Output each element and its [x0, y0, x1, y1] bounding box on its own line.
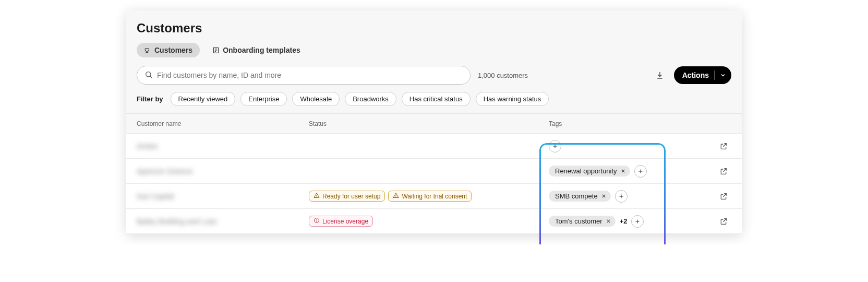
remove-tag-icon[interactable]	[601, 193, 607, 199]
table-row[interactable]: Axe CapitalReady for user setupWaiting f…	[126, 184, 742, 209]
tag-pill: SMB compete	[549, 191, 611, 202]
status-cell: License overage	[309, 216, 549, 227]
tab-label: Onboarding templates	[223, 46, 300, 54]
tag-pill: Tom's customer	[549, 216, 616, 227]
error-icon	[314, 217, 320, 225]
tags-cell: Renewal opportunity	[549, 165, 695, 178]
tags-cell: Tom's customer+2	[549, 215, 695, 228]
more-tags-count[interactable]: +2	[620, 217, 628, 225]
open-external-button[interactable]	[718, 191, 729, 202]
remove-tag-icon[interactable]	[620, 168, 626, 174]
filter-chip-broadworks[interactable]: Broadworks	[345, 92, 396, 106]
filter-by-label: Filter by	[137, 95, 163, 103]
status-badge-label: Ready for user setup	[322, 193, 380, 200]
open-external-button[interactable]	[718, 140, 729, 152]
open-external-button[interactable]	[718, 166, 729, 177]
status-badge-label: Waiting for trial consent	[402, 193, 467, 200]
customer-name-blurred: Amber	[137, 142, 158, 150]
actions-label: Actions	[682, 71, 709, 79]
search-icon	[144, 70, 153, 80]
add-tag-button[interactable]	[631, 215, 644, 228]
customer-name-blurred: Axe Capital	[137, 192, 174, 201]
filter-chip-enterprise[interactable]: Enterprise	[240, 92, 287, 106]
filter-chip-has-critical-status[interactable]: Has critical status	[402, 92, 471, 106]
svg-point-4	[146, 72, 151, 76]
warning-icon	[314, 192, 320, 200]
search-box[interactable]	[137, 66, 471, 85]
tab-customers[interactable]: Customers	[137, 43, 200, 57]
add-tag-button[interactable]	[615, 190, 628, 203]
search-input[interactable]	[157, 71, 463, 79]
filter-chip-recently-viewed[interactable]: Recently viewed	[171, 92, 236, 106]
col-tags: Tags	[549, 120, 695, 127]
customer-name-blurred: Bailey Building and Loan	[137, 217, 217, 226]
table-row[interactable]: Bailey Building and LoanLicense overageT…	[126, 209, 742, 234]
tag-pill: Renewal opportunity	[549, 166, 630, 177]
svg-point-13	[317, 197, 317, 197]
tag-label: SMB compete	[555, 192, 598, 200]
tags-cell	[549, 140, 695, 152]
filter-row: Filter by Recently viewedEnterpriseWhole…	[137, 92, 731, 106]
tabs: CustomersOnboarding templates	[137, 43, 731, 57]
col-status: Status	[309, 120, 549, 127]
tag-label: Renewal opportunity	[555, 167, 617, 175]
tab-label: Customers	[154, 46, 192, 54]
table-row[interactable]: Amber	[126, 134, 742, 159]
customer-count: 1,000 customers	[478, 72, 528, 79]
filter-chip-wholesale[interactable]: Wholesale	[292, 92, 340, 106]
tags-cell: SMB compete	[549, 190, 695, 203]
remove-tag-icon[interactable]	[606, 218, 611, 224]
status-cell: Ready for user setupWaiting for trial co…	[309, 191, 549, 202]
warning-icon	[393, 192, 399, 200]
open-external-button[interactable]	[718, 216, 729, 227]
add-tag-button[interactable]	[634, 165, 647, 178]
templates-icon	[212, 46, 220, 54]
toolbar-row: 1,000 customers Actions	[137, 66, 731, 85]
status-badge: License overage	[309, 216, 373, 227]
svg-point-22	[317, 221, 317, 222]
svg-point-15	[396, 197, 396, 197]
download-button[interactable]	[653, 68, 667, 82]
tab-onboarding-templates[interactable]: Onboarding templates	[205, 43, 308, 57]
status-badge: Waiting for trial consent	[388, 191, 472, 202]
chevron-down-icon	[720, 72, 726, 78]
customers-icon	[144, 46, 151, 54]
page-title: Customers	[137, 21, 731, 36]
table-row[interactable]: Aperture ScienceRenewal opportunity	[126, 159, 742, 184]
add-tag-button[interactable]	[549, 140, 561, 152]
filter-chip-has-warning-status[interactable]: Has warning status	[476, 92, 549, 106]
customers-table: Customer name Status Tags AmberAperture …	[126, 113, 742, 234]
col-customer-name: Customer name	[137, 120, 309, 127]
svg-line-5	[150, 76, 152, 78]
actions-divider	[714, 70, 715, 80]
customer-name-blurred: Aperture Science	[137, 167, 192, 175]
customers-panel: Customers CustomersOnboarding templates …	[126, 10, 742, 234]
table-header: Customer name Status Tags	[126, 114, 742, 134]
tag-label: Tom's customer	[555, 217, 602, 225]
actions-button[interactable]: Actions	[674, 66, 731, 84]
status-badge-label: License overage	[322, 218, 368, 225]
status-badge: Ready for user setup	[309, 191, 385, 202]
